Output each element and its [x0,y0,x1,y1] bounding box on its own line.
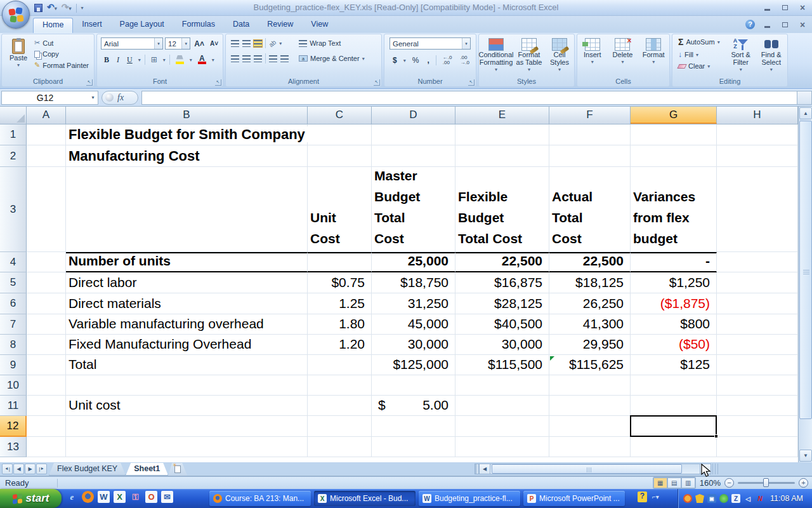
horizontal-scrollbar[interactable]: ◀ ▶ [475,464,731,474]
column-header-H[interactable]: H [717,107,798,124]
help-tray-icon[interactable]: ? [638,491,647,502]
cell-H10[interactable] [717,375,798,396]
cell-E12[interactable] [455,416,549,437]
cell-F2[interactable] [549,145,631,167]
cell-B10[interactable] [66,375,308,396]
cell-E6[interactable]: $28,125 [455,293,549,314]
cell-F11[interactable] [549,396,631,416]
vertical-scrollbar[interactable]: ▲ ▼ [798,107,812,462]
row-header-11[interactable]: 11 [0,396,27,416]
zoom-slider-thumb[interactable] [763,478,769,487]
cell-A11[interactable] [27,396,66,416]
align-middle-icon[interactable] [242,40,251,47]
page-break-view-icon[interactable]: ▥ [681,478,695,488]
cell-E9[interactable]: $115,500 [455,355,549,375]
font-family-combo[interactable]: Arial▾ [101,37,163,50]
row-header-5[interactable]: 5 [0,272,27,293]
cell-C12[interactable] [308,416,372,437]
cell-D1[interactable] [372,124,455,145]
column-header-D[interactable]: D [372,107,455,124]
cell-G5[interactable]: $1,250 [631,272,717,293]
decrease-indent-icon[interactable] [269,55,277,62]
font-color-icon[interactable]: A [196,54,208,65]
copy-button[interactable]: Copy [32,50,91,58]
column-header-B[interactable]: B [66,107,308,124]
volume-icon[interactable]: ◁ [743,494,752,503]
merge-center-button[interactable]: a Merge & Center▾ [297,54,367,63]
cell-G7[interactable]: $800 [631,314,717,335]
format-as-table-button[interactable]: Format as Table▾ [514,36,544,74]
word-icon[interactable]: W [98,491,110,503]
scroll-up-icon[interactable]: ▲ [799,107,812,119]
cell-B5[interactable]: Direct labor [66,272,308,293]
cell-F12[interactable] [549,416,631,437]
cell-D7[interactable]: 45,000 [372,314,455,335]
underline-button[interactable]: U [125,54,134,65]
outlook-icon[interactable]: ✉ [161,491,173,503]
cell-B9[interactable]: Total [66,355,308,375]
cell-F5[interactable]: $18,125 [549,272,631,293]
cell-A10[interactable] [27,375,66,396]
undo-icon[interactable]: ↶▾ [47,2,57,14]
cell-C1[interactable] [308,124,372,145]
cell-E7[interactable]: $40,500 [455,314,549,335]
office-button[interactable] [2,1,30,29]
increase-decimal-icon[interactable]: ←.0.00 [441,55,454,66]
cell-B11[interactable]: Unit cost [66,396,308,416]
internet-explorer-icon[interactable]: e [66,491,78,503]
cell-H4[interactable] [717,252,798,272]
key-icon[interactable]: ⚿ [129,491,141,503]
zoom-out-icon[interactable]: − [724,478,734,488]
cell-E4[interactable]: 22,500 [455,252,549,272]
cell-H5[interactable] [717,272,798,293]
cell-B6[interactable]: Direct materials [66,293,308,314]
scroll-left-icon[interactable]: ◀ [479,464,490,474]
cell-A6[interactable] [27,293,66,314]
cell-F10[interactable] [549,375,631,396]
cell-C3[interactable]: Unit Cost [308,167,372,252]
format-cells-button[interactable]: Format▾ [639,36,668,66]
clipboard-dialog-launcher[interactable]: ↘ [86,79,93,86]
cell-C5[interactable]: $0.75 [308,272,372,293]
cell-H11[interactable] [717,396,798,416]
cell-E11[interactable] [455,396,549,416]
cell-A12[interactable] [27,416,66,437]
column-header-F[interactable]: F [549,107,631,124]
row-header-2[interactable]: 2 [0,145,27,167]
delete-cells-button[interactable]: × Delete▾ [608,36,636,66]
align-left-icon[interactable] [231,55,239,62]
cell-F7[interactable]: 41,300 [549,314,631,335]
cell-F3[interactable]: Actual Total Cost [549,167,631,252]
blue-app-icon[interactable]: ▣ [707,494,716,503]
zoom-in-icon[interactable]: + [799,478,808,488]
cell-H8[interactable] [717,335,798,355]
sheet-tab-sheet1[interactable]: Sheet1 [126,463,168,476]
cell-H3[interactable] [717,167,798,252]
cell-B2[interactable]: Manufacturing Cost [66,145,308,167]
cell-G13[interactable] [631,437,717,457]
increase-indent-icon[interactable] [280,55,289,62]
normal-view-icon[interactable]: ▦ [653,478,667,488]
insert-cells-button[interactable]: Insert▾ [579,36,606,66]
cell-H7[interactable] [717,314,798,335]
row-header-10[interactable]: 10 [0,375,27,396]
cell-H12[interactable] [717,416,798,437]
cell-B1[interactable]: Flexible Budget for Smith Company [66,124,308,145]
next-sheet-icon[interactable]: ▶ [25,464,36,474]
tab-view[interactable]: View [302,18,337,33]
help-icon[interactable]: ? [745,20,755,29]
comma-style-icon[interactable]: , [425,55,431,66]
cut-button[interactable]: ✂ Cut [32,38,91,48]
cell-A4[interactable] [27,252,66,272]
cell-D12[interactable] [372,416,455,437]
excel-icon[interactable]: X [114,491,126,503]
borders-icon[interactable]: ⊞ [149,54,159,65]
row-header-1[interactable]: 1 [0,124,27,145]
restore-button[interactable] [779,3,790,12]
insert-function-button[interactable]: fx [102,91,138,105]
tab-home[interactable]: Home [33,18,73,33]
cell-C7[interactable]: 1.80 [308,314,372,335]
percent-style-icon[interactable]: % [410,55,421,66]
name-box-dropdown-icon[interactable]: ▾ [88,91,98,104]
tab-formulas[interactable]: Formulas [173,18,224,33]
